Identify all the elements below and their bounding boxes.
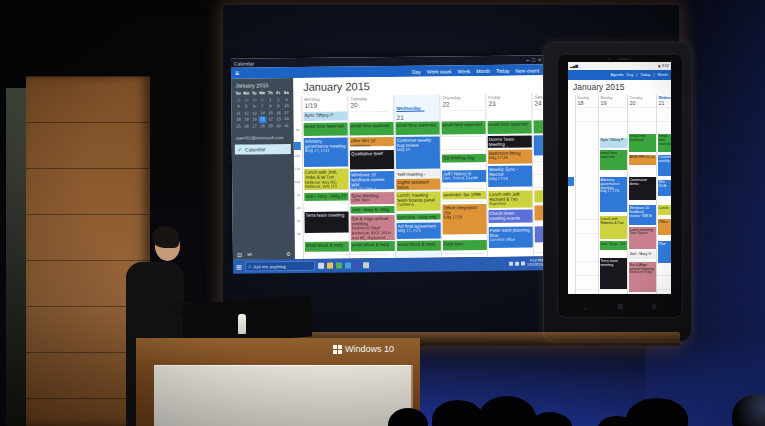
mini-cal-day[interactable]: 31 [283, 123, 291, 130]
calendar-event[interactable]: email time reserved [349, 122, 393, 135]
taskbar-app-icon[interactable] [336, 262, 342, 268]
calendar-event[interactable]: email block & reply [304, 241, 348, 252]
calendar-event[interactable]: email time reserved [600, 150, 627, 170]
cortana-search-box[interactable]: ○ Ask me anything [245, 261, 315, 272]
calendar-event[interactable]: email time reserved [629, 134, 656, 153]
calendar-checkbox[interactable]: ✓ Calendar [235, 144, 291, 155]
calendar-event[interactable]: Sut & Align annual meetingRedmond Ridge [629, 262, 656, 292]
calendar-event[interactable]: Sut & Align annual meetingRedmond Ridge … [350, 215, 394, 240]
calendar-event[interactable]: Terra team meeting [304, 212, 348, 234]
calendar-event[interactable]: Lunch [658, 205, 671, 215]
taskbar-app-icon[interactable] [363, 262, 369, 268]
calendar-event[interactable]: email time reserved [487, 121, 531, 134]
phone-menu-item-month[interactable]: Month [657, 73, 668, 77]
calendar-event[interactable]: email time reserved [441, 121, 485, 134]
calendar-event[interactable]: email block & reply [350, 241, 394, 252]
phone-day-header[interactable]: Tuesday20 [628, 95, 656, 107]
calendar-event[interactable]: Lunch with Roberto & Turi [600, 216, 627, 239]
calendar-event[interactable]: Advisory governance meetingBldg 17, 1731 [303, 137, 347, 166]
phone-day-header[interactable]: Monday19 [599, 95, 627, 107]
menu-item-new-event[interactable]: New event [515, 67, 539, 73]
search-icon[interactable]: ⚲ [652, 303, 657, 311]
calendar-event[interactable]: Qualitative Brief [349, 150, 393, 169]
menu-item-today[interactable]: Today [496, 67, 509, 73]
calendar-event[interactable]: Bathroom fittingbldg 17/36 [487, 150, 531, 164]
calendar-event[interactable]: GB briefing mtg [441, 154, 485, 163]
close-button[interactable]: × [538, 57, 541, 62]
back-icon[interactable]: ← [582, 304, 589, 311]
day-column-header[interactable]: Friday23 [486, 94, 531, 110]
calendar-event[interactable]: Data sync [442, 240, 486, 251]
taskbar-app-icon[interactable] [318, 263, 324, 269]
calendar-event[interactable]: Test meeting - Check rm 703 [396, 170, 440, 177]
calendar-event[interactable]: Joel - Mary G [629, 251, 656, 258]
day-column-header[interactable]: Thursday22 [440, 94, 485, 110]
calendar-event[interactable]: Donna Team MeetingOnline Call [487, 136, 531, 148]
calendar-event[interactable]: Lunch with Jeff, Richard & TimEspresso [488, 190, 532, 208]
mini-cal-day[interactable]: 30 [275, 123, 283, 130]
calendar-event[interactable]: Art final agreementbldg 17, rm 5 [396, 222, 440, 238]
calendar-event[interactable]: Sync MeetingLorin Barn [350, 192, 394, 204]
minimize-button[interactable]: – [526, 58, 529, 63]
calendar-event[interactable]: Continuum demo [629, 177, 656, 200]
taskbar-clock[interactable]: 4:12 PM 1/21/2015 [527, 259, 543, 267]
gear-icon[interactable]: ⚙ [286, 251, 291, 257]
taskbar-app-icon[interactable] [354, 262, 360, 268]
calendar-event[interactable]: Customer weekly [658, 155, 671, 176]
menu-item-work-week[interactable]: Work week [427, 68, 452, 74]
calendar-event[interactable]: Windows 10 feedback review: WMWA 36 / Mt… [350, 171, 394, 190]
calendar-event[interactable]: Windows 10 feedback review: WM B [629, 205, 656, 225]
calendar-event[interactable]: Office integration 15xbldg 17/29 [442, 204, 486, 235]
taskbar-app-icon[interactable] [327, 263, 333, 269]
calendar-event[interactable]: email time reserved [658, 134, 671, 153]
day-column-header[interactable]: Tuesday20 [348, 95, 393, 111]
tray-icon[interactable] [515, 262, 519, 266]
calendar-event[interactable]: Joel - Mary B, bldg 1703 [350, 206, 394, 213]
calendar-event[interactable]: Jeff / Nancy BDen, Social, Decide [442, 170, 486, 182]
phone-day-header[interactable]: Sunday18 [576, 95, 598, 107]
calendar-event[interactable]: Terra team meeting [600, 258, 627, 289]
calendar-event[interactable]: Joel / Terry - bldg 23 [304, 192, 348, 201]
calendar-event[interactable]: Advisory governance meetingbldg 17, 1731 [600, 177, 627, 212]
calendar-event[interactable]: email time reserved [303, 122, 347, 135]
phone-menu-item-today[interactable]: Today [640, 73, 650, 77]
menu-item-week[interactable]: Week [457, 68, 470, 74]
calendar-event[interactable]: Digital assistant futurebldg 17/2879 [396, 178, 440, 190]
calendar-event[interactable]: email block & reply [396, 240, 440, 251]
calendar-event[interactable]: Weekly Sync - Recruitbldg 17/26 [488, 165, 532, 187]
menu-item-month[interactable]: Month [476, 67, 490, 73]
calendar-event[interactable]: Office [658, 219, 671, 235]
calendar-event[interactable]: Customer weekly bug reviewbldg 34 [395, 136, 439, 168]
day-column-header[interactable]: Wednesday21 [394, 94, 439, 110]
calendar-event[interactable]: Joel: Terry - 1st [600, 241, 627, 250]
taskbar-app-icon[interactable] [345, 262, 351, 268]
start-button[interactable]: ⊞ [236, 263, 242, 270]
day-column-header[interactable]: Monday1/19 [302, 95, 347, 111]
menu-item-day[interactable]: Day [412, 68, 421, 74]
windows-icon[interactable]: ⊞ [617, 303, 623, 311]
calendar-event[interactable]: Nart Bria - bldg mtg [396, 213, 440, 220]
calendar-event[interactable]: Lunch with Jodi, Anke & W TuriBellevue W… [304, 169, 348, 191]
mini-cal-day[interactable]: 25 [235, 123, 243, 130]
calendar-event[interactable]: After WH 10 campaignbldg 17/23 [349, 137, 393, 147]
calendar-event[interactable]: Sync Tiffany P [303, 111, 347, 121]
calendar-event[interactable]: ARM WH 10 ca [629, 155, 656, 165]
maximize-button[interactable]: □ [532, 57, 535, 62]
calendar-event[interactable]: Peter want planning timeLorraine office [488, 226, 532, 248]
calendar-event[interactable]: email time reserved [395, 122, 439, 135]
calendar-event[interactable]: reminder: fax 1099 [442, 191, 486, 200]
tray-icon[interactable] [509, 262, 513, 266]
mini-cal-day[interactable]: 28 [259, 123, 267, 130]
calendar-grid-icon[interactable]: ▤ [237, 252, 242, 258]
tray-icon[interactable] [521, 262, 525, 266]
calendar-event[interactable]: Lunch meetingTown Square [629, 227, 656, 248]
mini-cal-day[interactable]: 27 [251, 123, 259, 130]
calendar-event[interactable]: Check down meeting events [488, 210, 532, 224]
mini-cal-day[interactable]: 26 [243, 123, 251, 130]
calendar-event[interactable]: Plan [658, 241, 671, 262]
phone-day-header[interactable]: Wednesday21 [657, 95, 671, 107]
mail-icon[interactable]: ✉ [247, 251, 252, 257]
phone-menu-item-day[interactable]: Day [627, 73, 634, 77]
phone-menu-agenda[interactable]: Agenda [610, 73, 623, 77]
calendar-event[interactable]: Lunch: meeting team boards panelCafeteri… [396, 191, 440, 211]
